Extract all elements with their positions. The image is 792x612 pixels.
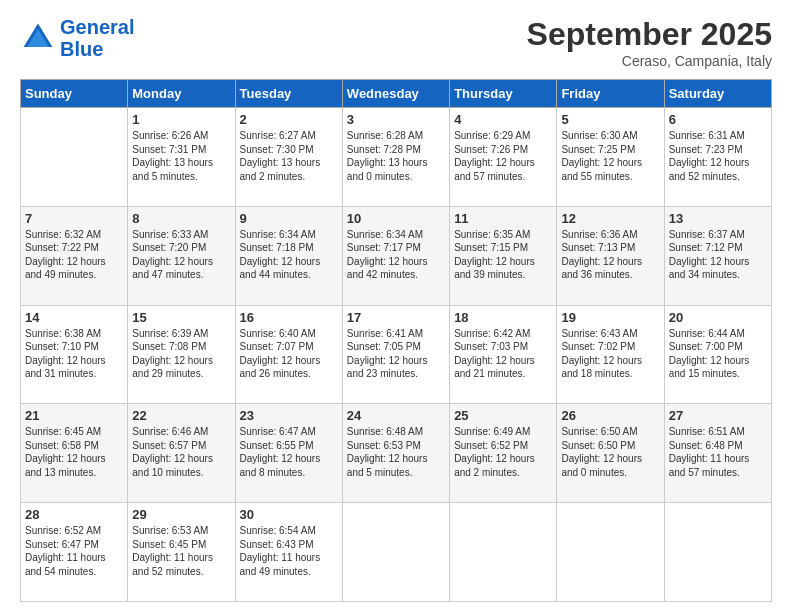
day-cell: 19 Sunrise: 6:43 AMSunset: 7:02 PMDaylig… bbox=[557, 305, 664, 404]
header: General Blue September 2025 Ceraso, Camp… bbox=[20, 16, 772, 69]
day-number: 18 bbox=[454, 310, 552, 325]
day-cell: 17 Sunrise: 6:41 AMSunset: 7:05 PMDaylig… bbox=[342, 305, 449, 404]
title-block: September 2025 Ceraso, Campania, Italy bbox=[527, 16, 772, 69]
day-cell: 28 Sunrise: 6:52 AMSunset: 6:47 PMDaylig… bbox=[21, 503, 128, 602]
day-cell: 9 Sunrise: 6:34 AMSunset: 7:18 PMDayligh… bbox=[235, 206, 342, 305]
calendar-table: Sunday Monday Tuesday Wednesday Thursday… bbox=[20, 79, 772, 602]
day-cell bbox=[21, 108, 128, 207]
logo-icon bbox=[20, 20, 56, 56]
day-info: Sunrise: 6:39 AMSunset: 7:08 PMDaylight:… bbox=[132, 328, 213, 380]
day-info: Sunrise: 6:52 AMSunset: 6:47 PMDaylight:… bbox=[25, 525, 106, 577]
day-info: Sunrise: 6:44 AMSunset: 7:00 PMDaylight:… bbox=[669, 328, 750, 380]
day-info: Sunrise: 6:53 AMSunset: 6:45 PMDaylight:… bbox=[132, 525, 213, 577]
day-cell: 10 Sunrise: 6:34 AMSunset: 7:17 PMDaylig… bbox=[342, 206, 449, 305]
day-cell: 11 Sunrise: 6:35 AMSunset: 7:15 PMDaylig… bbox=[450, 206, 557, 305]
week-row-2: 7 Sunrise: 6:32 AMSunset: 7:22 PMDayligh… bbox=[21, 206, 772, 305]
day-number: 29 bbox=[132, 507, 230, 522]
day-number: 23 bbox=[240, 408, 338, 423]
day-cell: 13 Sunrise: 6:37 AMSunset: 7:12 PMDaylig… bbox=[664, 206, 771, 305]
day-info: Sunrise: 6:48 AMSunset: 6:53 PMDaylight:… bbox=[347, 426, 428, 478]
logo-line1: General bbox=[60, 16, 134, 38]
day-number: 3 bbox=[347, 112, 445, 127]
day-info: Sunrise: 6:41 AMSunset: 7:05 PMDaylight:… bbox=[347, 328, 428, 380]
day-number: 5 bbox=[561, 112, 659, 127]
day-cell: 8 Sunrise: 6:33 AMSunset: 7:20 PMDayligh… bbox=[128, 206, 235, 305]
day-info: Sunrise: 6:29 AMSunset: 7:26 PMDaylight:… bbox=[454, 130, 535, 182]
day-cell: 4 Sunrise: 6:29 AMSunset: 7:26 PMDayligh… bbox=[450, 108, 557, 207]
page: General Blue September 2025 Ceraso, Camp… bbox=[0, 0, 792, 612]
day-cell: 2 Sunrise: 6:27 AMSunset: 7:30 PMDayligh… bbox=[235, 108, 342, 207]
day-number: 15 bbox=[132, 310, 230, 325]
day-cell: 22 Sunrise: 6:46 AMSunset: 6:57 PMDaylig… bbox=[128, 404, 235, 503]
day-info: Sunrise: 6:43 AMSunset: 7:02 PMDaylight:… bbox=[561, 328, 642, 380]
day-number: 7 bbox=[25, 211, 123, 226]
day-cell: 14 Sunrise: 6:38 AMSunset: 7:10 PMDaylig… bbox=[21, 305, 128, 404]
day-cell: 21 Sunrise: 6:45 AMSunset: 6:58 PMDaylig… bbox=[21, 404, 128, 503]
day-info: Sunrise: 6:36 AMSunset: 7:13 PMDaylight:… bbox=[561, 229, 642, 281]
day-info: Sunrise: 6:37 AMSunset: 7:12 PMDaylight:… bbox=[669, 229, 750, 281]
day-cell: 23 Sunrise: 6:47 AMSunset: 6:55 PMDaylig… bbox=[235, 404, 342, 503]
day-number: 10 bbox=[347, 211, 445, 226]
col-monday: Monday bbox=[128, 80, 235, 108]
day-info: Sunrise: 6:38 AMSunset: 7:10 PMDaylight:… bbox=[25, 328, 106, 380]
day-number: 2 bbox=[240, 112, 338, 127]
logo: General Blue bbox=[20, 16, 134, 60]
day-cell: 7 Sunrise: 6:32 AMSunset: 7:22 PMDayligh… bbox=[21, 206, 128, 305]
day-info: Sunrise: 6:34 AMSunset: 7:18 PMDaylight:… bbox=[240, 229, 321, 281]
day-number: 19 bbox=[561, 310, 659, 325]
day-info: Sunrise: 6:51 AMSunset: 6:48 PMDaylight:… bbox=[669, 426, 750, 478]
day-cell: 15 Sunrise: 6:39 AMSunset: 7:08 PMDaylig… bbox=[128, 305, 235, 404]
day-info: Sunrise: 6:32 AMSunset: 7:22 PMDaylight:… bbox=[25, 229, 106, 281]
day-number: 14 bbox=[25, 310, 123, 325]
day-info: Sunrise: 6:27 AMSunset: 7:30 PMDaylight:… bbox=[240, 130, 321, 182]
day-number: 11 bbox=[454, 211, 552, 226]
col-wednesday: Wednesday bbox=[342, 80, 449, 108]
day-number: 26 bbox=[561, 408, 659, 423]
day-number: 4 bbox=[454, 112, 552, 127]
week-row-4: 21 Sunrise: 6:45 AMSunset: 6:58 PMDaylig… bbox=[21, 404, 772, 503]
day-info: Sunrise: 6:47 AMSunset: 6:55 PMDaylight:… bbox=[240, 426, 321, 478]
day-number: 9 bbox=[240, 211, 338, 226]
day-number: 28 bbox=[25, 507, 123, 522]
day-number: 24 bbox=[347, 408, 445, 423]
logo-line2: Blue bbox=[60, 38, 103, 60]
day-info: Sunrise: 6:50 AMSunset: 6:50 PMDaylight:… bbox=[561, 426, 642, 478]
day-info: Sunrise: 6:35 AMSunset: 7:15 PMDaylight:… bbox=[454, 229, 535, 281]
week-row-5: 28 Sunrise: 6:52 AMSunset: 6:47 PMDaylig… bbox=[21, 503, 772, 602]
day-cell bbox=[450, 503, 557, 602]
day-cell: 6 Sunrise: 6:31 AMSunset: 7:23 PMDayligh… bbox=[664, 108, 771, 207]
day-info: Sunrise: 6:54 AMSunset: 6:43 PMDaylight:… bbox=[240, 525, 321, 577]
day-cell: 12 Sunrise: 6:36 AMSunset: 7:13 PMDaylig… bbox=[557, 206, 664, 305]
day-number: 17 bbox=[347, 310, 445, 325]
col-tuesday: Tuesday bbox=[235, 80, 342, 108]
day-cell: 24 Sunrise: 6:48 AMSunset: 6:53 PMDaylig… bbox=[342, 404, 449, 503]
day-info: Sunrise: 6:34 AMSunset: 7:17 PMDaylight:… bbox=[347, 229, 428, 281]
week-row-1: 1 Sunrise: 6:26 AMSunset: 7:31 PMDayligh… bbox=[21, 108, 772, 207]
location-subtitle: Ceraso, Campania, Italy bbox=[527, 53, 772, 69]
col-sunday: Sunday bbox=[21, 80, 128, 108]
day-cell: 3 Sunrise: 6:28 AMSunset: 7:28 PMDayligh… bbox=[342, 108, 449, 207]
day-info: Sunrise: 6:28 AMSunset: 7:28 PMDaylight:… bbox=[347, 130, 428, 182]
day-number: 27 bbox=[669, 408, 767, 423]
day-cell: 29 Sunrise: 6:53 AMSunset: 6:45 PMDaylig… bbox=[128, 503, 235, 602]
day-cell: 20 Sunrise: 6:44 AMSunset: 7:00 PMDaylig… bbox=[664, 305, 771, 404]
day-number: 30 bbox=[240, 507, 338, 522]
day-info: Sunrise: 6:40 AMSunset: 7:07 PMDaylight:… bbox=[240, 328, 321, 380]
day-info: Sunrise: 6:26 AMSunset: 7:31 PMDaylight:… bbox=[132, 130, 213, 182]
day-number: 20 bbox=[669, 310, 767, 325]
logo-text: General Blue bbox=[60, 16, 134, 60]
col-thursday: Thursday bbox=[450, 80, 557, 108]
day-cell: 25 Sunrise: 6:49 AMSunset: 6:52 PMDaylig… bbox=[450, 404, 557, 503]
day-info: Sunrise: 6:45 AMSunset: 6:58 PMDaylight:… bbox=[25, 426, 106, 478]
day-info: Sunrise: 6:31 AMSunset: 7:23 PMDaylight:… bbox=[669, 130, 750, 182]
day-info: Sunrise: 6:33 AMSunset: 7:20 PMDaylight:… bbox=[132, 229, 213, 281]
col-friday: Friday bbox=[557, 80, 664, 108]
day-cell: 27 Sunrise: 6:51 AMSunset: 6:48 PMDaylig… bbox=[664, 404, 771, 503]
day-cell bbox=[557, 503, 664, 602]
day-cell bbox=[664, 503, 771, 602]
col-saturday: Saturday bbox=[664, 80, 771, 108]
month-title: September 2025 bbox=[527, 16, 772, 53]
day-number: 16 bbox=[240, 310, 338, 325]
day-number: 13 bbox=[669, 211, 767, 226]
day-number: 6 bbox=[669, 112, 767, 127]
